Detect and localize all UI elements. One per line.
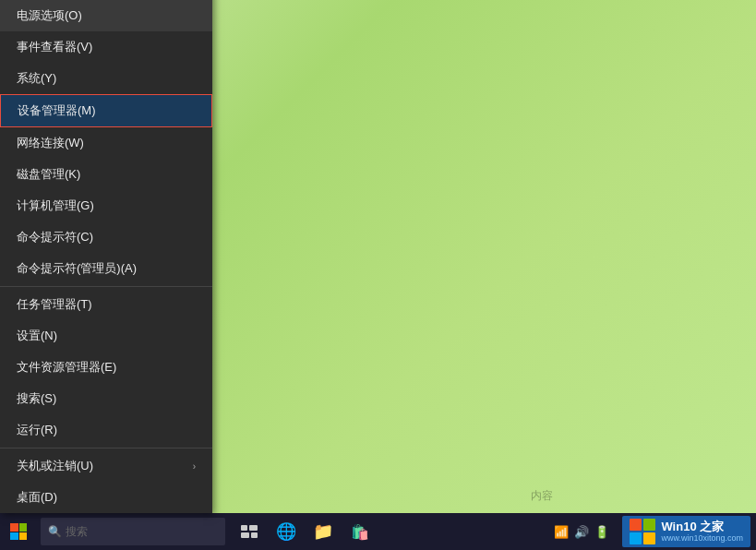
menu-item-label: 磁盘管理(K) bbox=[17, 166, 80, 183]
battery-icon[interactable]: 🔋 bbox=[594, 525, 609, 539]
menu-item-label: 电源选项(O) bbox=[17, 7, 82, 24]
menu-item-explorer[interactable]: 文件资源管理器(E) bbox=[0, 352, 212, 383]
badge-website: www.win10xitong.com bbox=[661, 533, 743, 544]
svg-rect-1 bbox=[249, 525, 258, 531]
menu-item-label: 事件查看器(V) bbox=[17, 39, 92, 55]
badge-text: Win10 之家 www.win10xitong.com bbox=[661, 520, 743, 544]
menu-item-label: 设置(N) bbox=[17, 328, 57, 344]
taskbar: 🔍 搜索 🌐 📁 🛍️ 📶 � bbox=[0, 513, 756, 550]
volume-icon[interactable]: 🔊 bbox=[574, 525, 589, 539]
menu-item-run[interactable]: 运行(R) bbox=[0, 414, 212, 446]
svg-rect-0 bbox=[241, 525, 247, 531]
menu-item-cmd[interactable]: 命令提示符(C) bbox=[0, 221, 212, 253]
win10-badge: Win10 之家 www.win10xitong.com bbox=[622, 516, 750, 547]
store-icon[interactable]: 🛍️ bbox=[343, 515, 377, 548]
svg-rect-3 bbox=[251, 532, 258, 538]
system-tray: 📶 🔊 🔋 bbox=[554, 525, 609, 539]
start-button[interactable] bbox=[0, 513, 37, 550]
menu-item-shutdown[interactable]: 关机或注销(U)› bbox=[0, 450, 212, 482]
menu-item-label: 系统(Y) bbox=[17, 70, 56, 87]
menu-item-search[interactable]: 搜索(S) bbox=[0, 383, 212, 414]
menu-item-settings[interactable]: 设置(N) bbox=[0, 320, 212, 352]
search-icon: 🔍 bbox=[48, 525, 62, 538]
menu-item-label: 计算机管理(G) bbox=[17, 197, 94, 214]
menu-item-desktop[interactable]: 桌面(D) bbox=[0, 482, 212, 513]
menu-item-network[interactable]: 网络连接(W) bbox=[0, 127, 212, 159]
menu-item-label: 任务管理器(T) bbox=[17, 296, 92, 313]
menu-item-label: 搜索(S) bbox=[17, 390, 56, 407]
taskbar-center: 🌐 📁 🛍️ bbox=[233, 515, 377, 548]
menu-item-event[interactable]: 事件查看器(V) bbox=[0, 31, 212, 63]
menu-item-system[interactable]: 系统(Y) bbox=[0, 63, 212, 94]
menu-item-label: 网络连接(W) bbox=[17, 135, 84, 151]
menu-item-label: 设备管理器(M) bbox=[18, 102, 96, 119]
desktop: 应用和功能(F)电源选项(O)事件查看器(V)系统(Y)设备管理器(M)网络连接… bbox=[0, 0, 756, 550]
menu-item-label: 运行(R) bbox=[17, 422, 57, 438]
menu-item-label: 文件资源管理器(E) bbox=[17, 359, 116, 376]
menu-item-label: 桌面(D) bbox=[17, 489, 57, 506]
file-explorer-icon[interactable]: 📁 bbox=[306, 515, 340, 548]
submenu-arrow-icon: › bbox=[193, 461, 196, 472]
menu-item-cmdadmin[interactable]: 命令提示符(管理员)(A) bbox=[0, 253, 212, 284]
menu-item-label: 命令提示符(C) bbox=[17, 229, 93, 245]
menu-divider bbox=[0, 286, 212, 287]
menu-item-label: 命令提示符(管理员)(A) bbox=[17, 260, 137, 277]
taskbar-search[interactable]: 🔍 搜索 bbox=[41, 518, 225, 545]
menu-item-compmgmt[interactable]: 计算机管理(G) bbox=[0, 190, 212, 221]
context-menu: 应用和功能(F)电源选项(O)事件查看器(V)系统(Y)设备管理器(M)网络连接… bbox=[0, 0, 212, 513]
task-view-button[interactable] bbox=[233, 515, 266, 548]
menu-item-label: 关机或注销(U) bbox=[17, 458, 93, 474]
watermark-text: 内容 bbox=[531, 488, 553, 504]
svg-rect-2 bbox=[241, 532, 249, 538]
menu-item-devmgr[interactable]: 设备管理器(M) bbox=[0, 94, 212, 127]
menu-item-taskmgr[interactable]: 任务管理器(T) bbox=[0, 289, 212, 320]
network-icon[interactable]: 📶 bbox=[554, 525, 569, 539]
search-placeholder: 搜索 bbox=[66, 524, 88, 540]
menu-divider bbox=[0, 448, 212, 448]
badge-title: Win10 之家 bbox=[661, 520, 743, 534]
menu-item-power[interactable]: 电源选项(O) bbox=[0, 0, 212, 31]
windows-logo-icon bbox=[630, 519, 655, 544]
menu-item-disk[interactable]: 磁盘管理(K) bbox=[0, 159, 212, 190]
edge-icon[interactable]: 🌐 bbox=[270, 515, 303, 548]
